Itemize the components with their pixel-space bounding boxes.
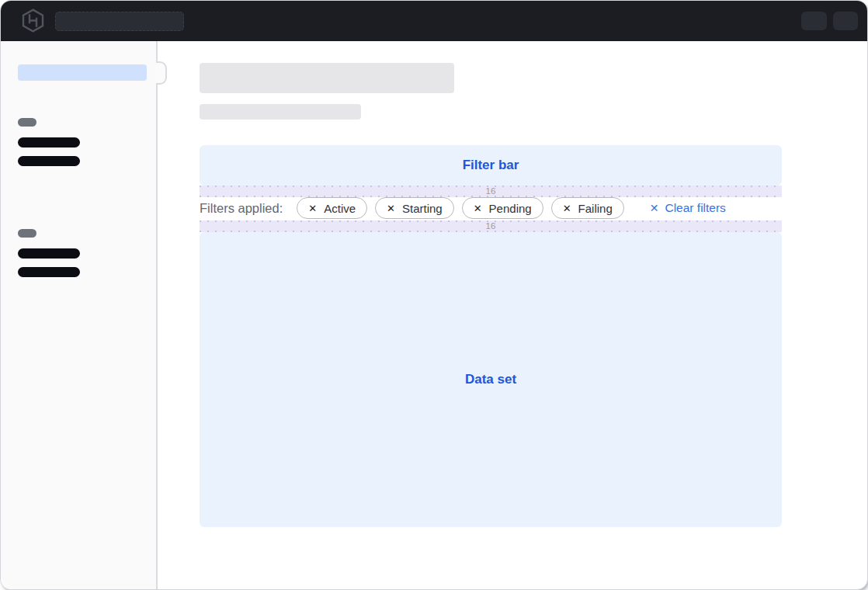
hashicorp-logo-icon xyxy=(22,9,44,33)
filter-chip-active[interactable]: ✕ Active xyxy=(297,197,367,219)
filter-bar-label: Filter bar xyxy=(463,158,519,173)
close-icon[interactable]: ✕ xyxy=(308,203,317,213)
filters-applied-label: Filters applied: xyxy=(200,201,283,216)
close-icon[interactable]: ✕ xyxy=(387,203,395,213)
sidebar-nav-item-placeholder[interactable] xyxy=(18,267,80,277)
filter-chip-failing[interactable]: ✕ Failing xyxy=(551,197,624,219)
close-icon: ✕ xyxy=(650,203,659,213)
filter-chip-pending[interactable]: ✕ Pending xyxy=(462,197,543,219)
sidebar xyxy=(1,41,158,589)
clear-filters-button[interactable]: ✕ Clear filters xyxy=(650,202,726,214)
spacing-value: 16 xyxy=(486,187,496,196)
sidebar-nav-item-placeholder[interactable] xyxy=(18,137,80,148)
page-subtitle-placeholder xyxy=(200,104,361,120)
sidebar-section-label-placeholder xyxy=(18,118,36,127)
close-icon[interactable]: ✕ xyxy=(474,203,482,213)
spacing-annotation: 16 xyxy=(200,220,782,232)
filter-chip-label: Starting xyxy=(402,203,443,214)
sidebar-active-item-placeholder[interactable] xyxy=(18,64,147,81)
sidebar-nav-item-placeholder[interactable] xyxy=(18,248,80,259)
applied-filters-row: Filters applied: ✕ Active ✕ Starting ✕ P… xyxy=(200,196,782,220)
app-window: Filter bar 16 Filters applied: ✕ Active … xyxy=(0,0,868,590)
topbar-action-button-1[interactable] xyxy=(801,12,827,30)
clear-filters-label: Clear filters xyxy=(665,202,725,214)
sidebar-toggle-handle[interactable] xyxy=(156,61,167,85)
data-set-label: Data set xyxy=(465,372,516,387)
spacing-value: 16 xyxy=(486,222,496,231)
sidebar-section-label-placeholder xyxy=(18,229,36,238)
topbar-action-button-2[interactable] xyxy=(833,12,858,30)
page-title-placeholder xyxy=(200,63,454,93)
data-set-region: Data set xyxy=(200,232,782,527)
filter-chip-starting[interactable]: ✕ Starting xyxy=(375,197,454,219)
top-navigation-bar xyxy=(1,1,867,41)
search-input-placeholder[interactable] xyxy=(55,12,184,31)
sidebar-nav-item-placeholder[interactable] xyxy=(18,156,80,166)
close-icon[interactable]: ✕ xyxy=(563,203,571,213)
filter-chip-label: Active xyxy=(324,203,356,214)
filter-bar-region: Filter bar xyxy=(200,145,782,186)
filter-chip-label: Failing xyxy=(578,203,613,214)
filter-chip-label: Pending xyxy=(489,203,532,214)
